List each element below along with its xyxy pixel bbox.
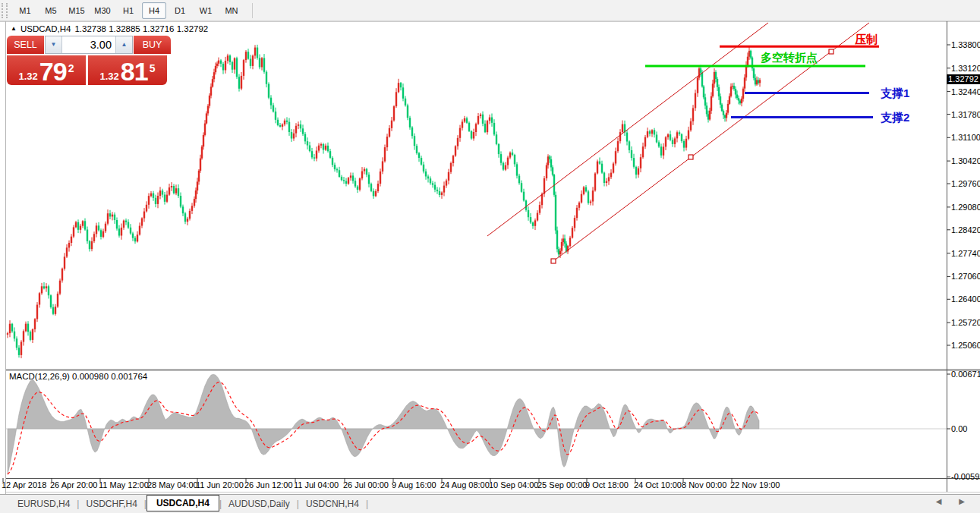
macd-indicator-label: MACD(12,26,9) 0.000980 0.001764 [9,372,147,381]
time-axis-label: 26 Jun 12:00 [244,480,293,489]
time-axis-label: 26 Apr 20:00 [50,480,97,489]
time-axis-label: 11 Jul 04:00 [294,480,339,489]
collapse-triangle-icon[interactable]: ▲ [11,25,17,32]
price-axis-label: 1.31100 [951,133,980,142]
one-click-trading-panel: SELL ▼ 3.00 ▲ BUY 1.32 79 2 1.32 81 5 [7,36,171,85]
time-axis-label: 10 Sep 04:00 [489,480,538,489]
tab-scroll-arrows[interactable]: ◀ ▶ [936,497,972,505]
time-axis-label: 26 Jul 00:00 [343,480,389,489]
mt4-terminal-window: M1M5M15M30H1H4D1W1MN ▲ USDCAD,H4 1.32738… [0,0,980,513]
time-axis-label: 28 May 04:00 [147,480,198,489]
macd-axis-bottom: -0.005925 [951,472,980,481]
volume-decrease-icon[interactable]: ▼ [46,36,62,53]
chart-tab-usdchf[interactable]: USDCHF,H4 [79,496,143,511]
time-axis-label: 8 Nov 00:00 [682,480,726,489]
tab-separator: | [366,499,368,509]
macd-axis-top: 0.006718 [951,370,980,379]
chart-tab-usdcnh[interactable]: USDCNH,H4 [299,496,366,511]
time-axis-label: 25 Sep 00:00 [537,480,587,489]
price-axis-label: 1.32440 [951,87,980,96]
timeframe-button-m1[interactable]: M1 [13,2,37,19]
time-axis-label: 22 Nov 19:00 [730,480,780,489]
toolbar-grip-handle[interactable] [2,3,8,18]
timeframe-buttons: M1M5M15M30H1H4D1W1MN [12,2,244,19]
annotation-support2-label: 支撑2 [881,111,909,125]
annotation-support1-label: 支撑1 [881,87,909,101]
timeframe-button-m5[interactable]: M5 [39,2,63,19]
volume-value[interactable]: 3.00 [62,36,115,53]
time-axis-label: 11 Jun 20:00 [196,480,244,489]
price-axis-label: 1.30420 [951,156,980,165]
sell-price-prefix: 1.32 [19,70,38,83]
timeframe-button-h1[interactable]: H1 [116,2,140,19]
time-axis-label: 9 Oct 18:00 [585,480,629,489]
chart-tabs-bar: EURUSD,H4|USDCHF,H4|USDCAD,H4|AUDUSD,Dai… [0,494,980,513]
price-axis-label: 1.29080 [951,203,980,212]
chart-ohlc-values: 1.32738 1.32885 1.32716 1.32792 [74,24,208,33]
timeframe-button-m30[interactable]: M30 [90,2,115,19]
volume-increase-icon[interactable]: ▲ [115,36,132,53]
buy-button[interactable]: BUY [134,36,171,54]
time-axis-label: 24 Aug 08:00 [440,480,490,489]
price-axis-label: 1.27060 [951,272,980,281]
buy-price-prefix: 1.32 [100,70,119,83]
price-axis-label: 1.28420 [951,225,980,234]
volume-stepper: ▼ 3.00 ▲ [45,36,133,54]
time-axis-label: 9 Aug 16:00 [392,480,436,489]
annotation-pivot-label: 多空转折点 [761,51,818,65]
timeframe-button-m15[interactable]: M15 [65,2,89,19]
timeframe-toolbar: M1M5M15M30H1H4D1W1MN [0,0,980,21]
timeframe-button-w1[interactable]: W1 [194,2,218,19]
sell-button[interactable]: SELL [7,36,44,54]
chart-tab-eurusd[interactable]: EURUSD,H4 [11,496,77,511]
time-axis-label: 11 May 12:00 [99,480,149,489]
price-axis-label: 1.29760 [951,179,980,188]
toolbar-separator [252,3,253,18]
sell-price-display[interactable]: 1.32 79 2 [7,55,86,85]
price-axis-label: 1.26400 [951,294,980,304]
buy-price-pipette: 5 [150,55,156,81]
chart-tab-usdcad[interactable]: USDCAD,H4 [147,495,219,511]
timeframe-button-mn[interactable]: MN [219,2,244,19]
price-axis-label: 1.27740 [951,249,980,258]
timeframe-button-h4[interactable]: H4 [142,2,166,19]
chart-tab-audusd[interactable]: AUDUSD,Daily [222,496,297,511]
buy-price-display[interactable]: 1.32 81 5 [88,55,167,85]
buy-price-big-digits: 81 [121,60,148,83]
chart-title: ▲ USDCAD,H4 1.32738 1.32885 1.32716 1.32… [11,24,208,33]
time-axis-label: 24 Oct 10:00 [634,480,682,489]
price-axis-label: 1.33800 [951,40,980,49]
time-axis-label: 12 Apr 2018 [2,480,46,489]
price-axis-label: 1.33120 [951,64,980,73]
sell-price-pipette: 2 [68,55,74,81]
macd-axis-zero: 0.00 [951,424,967,433]
sell-price-big-digits: 79 [39,60,67,83]
chart-symbol-label: USDCAD,H4 [20,24,71,33]
price-axis-label: 1.25720 [951,318,980,327]
price-axis-label: 1.25060 [951,341,980,350]
price-axis-label: 1.31780 [951,110,980,119]
timeframe-button-d1[interactable]: D1 [168,2,192,19]
annotation-resistance-label: 压制 [855,33,878,47]
current-price-badge: 1.32792 [947,74,980,84]
